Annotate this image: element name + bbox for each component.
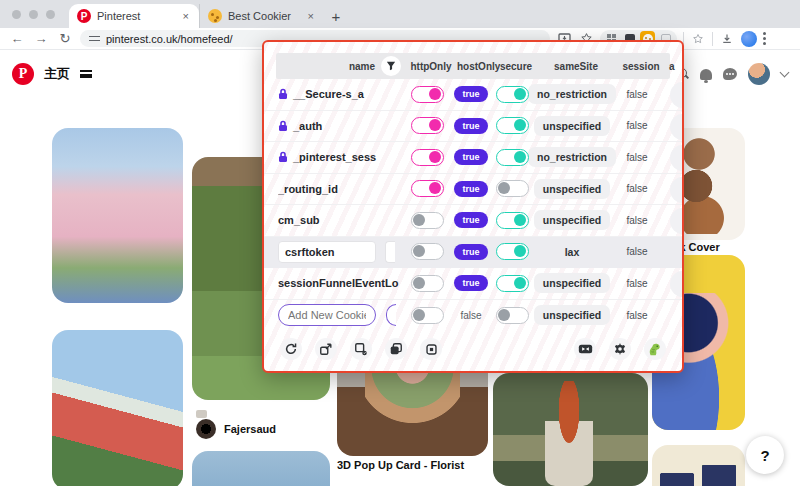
secure-toggle[interactable] <box>496 117 529 134</box>
secure-toggle[interactable] <box>496 149 529 166</box>
pin-orange-person[interactable] <box>493 373 648 486</box>
creator-row[interactable]: Fajersaud <box>196 419 276 439</box>
session-value: false <box>626 278 647 289</box>
secure-toggle[interactable] <box>496 86 529 103</box>
column-secure: secure <box>493 61 539 72</box>
cookie-row: _pinterest_sess true no_restriction fals… <box>264 142 682 174</box>
httponly-toggle[interactable] <box>411 86 444 103</box>
settings-gear-icon[interactable] <box>609 338 631 360</box>
httponly-toggle[interactable] <box>411 212 444 229</box>
session-value: false <box>626 152 647 163</box>
pinterest-logo[interactable]: P <box>12 63 34 85</box>
refresh-icon[interactable] <box>280 338 302 360</box>
row-action-button[interactable] <box>670 271 684 297</box>
samesite-value[interactable]: no_restriction <box>528 147 616 167</box>
session-value: false <box>626 310 647 321</box>
theater-mode-icon[interactable] <box>574 338 596 360</box>
session-value: false <box>626 120 647 131</box>
tab-pinterest[interactable]: P Pinterest × <box>69 4 199 28</box>
pin-watermelon-girl[interactable] <box>52 330 183 486</box>
secure-toggle[interactable] <box>496 307 529 324</box>
httponly-toggle[interactable] <box>411 180 444 197</box>
add-cookie-row: false unspecified false <box>264 300 682 332</box>
help-button[interactable]: ? <box>746 436 784 474</box>
filter-icon[interactable] <box>381 56 401 76</box>
delete-icon[interactable] <box>420 338 442 360</box>
session-value: false <box>626 215 647 226</box>
creator-avatar[interactable] <box>196 419 216 439</box>
window-controls <box>0 0 69 28</box>
menu-icon[interactable] <box>80 70 92 78</box>
download-icon[interactable] <box>719 31 735 47</box>
browser-menu-icon[interactable] <box>763 32 766 45</box>
httponly-toggle[interactable] <box>411 243 444 260</box>
pin-two-kids[interactable] <box>652 445 745 486</box>
httponly-toggle[interactable] <box>411 275 444 292</box>
cookie-name: sessionFunnelEventLo <box>278 277 398 289</box>
pin-ocean[interactable] <box>192 451 330 486</box>
dino-mascot-icon[interactable] <box>644 338 666 360</box>
session-value: false <box>626 89 647 100</box>
tab-best-cookier[interactable]: Best Cookier × <box>199 4 324 28</box>
popup-toolbar <box>264 331 682 360</box>
cookie-row-selected: true lax false <box>264 237 682 269</box>
httponly-toggle[interactable] <box>411 307 444 324</box>
export-icon[interactable] <box>350 338 372 360</box>
value-input-fragment <box>385 241 395 263</box>
add-cookie-input[interactable] <box>278 304 376 326</box>
tab-strip: P Pinterest × Best Cookier × + <box>0 0 800 28</box>
pin-flower-dress[interactable] <box>52 128 183 303</box>
new-tab-button[interactable]: + <box>324 4 348 28</box>
cookie-row: cm_sub true unspecified false <box>264 205 682 237</box>
samesite-value[interactable]: unspecified <box>534 273 610 293</box>
row-action-button[interactable] <box>670 82 684 108</box>
tab-close-icon[interactable]: × <box>181 10 191 22</box>
forward-icon[interactable]: → <box>32 31 50 46</box>
import-icon[interactable] <box>315 338 337 360</box>
column-hostonly: hostOnly <box>457 61 493 72</box>
row-action-button[interactable] <box>670 114 684 140</box>
window-close-button[interactable] <box>12 10 21 19</box>
window-minimize-button[interactable] <box>29 10 38 19</box>
window-zoom-button[interactable] <box>46 10 55 19</box>
row-action-button[interactable] <box>670 177 684 203</box>
profile-avatar[interactable] <box>741 31 757 47</box>
hostonly-value: false <box>460 310 481 321</box>
secure-toggle[interactable] <box>496 275 529 292</box>
lock-icon <box>278 120 288 132</box>
httponly-toggle[interactable] <box>411 117 444 134</box>
cookie-row: _auth true unspecified false <box>264 111 682 143</box>
home-nav-label[interactable]: 主页 <box>44 65 70 83</box>
samesite-value[interactable]: unspecified <box>534 116 610 136</box>
cookie-row: __Secure-s_a true no_restriction false <box>264 79 682 111</box>
copy-icon[interactable] <box>385 338 407 360</box>
row-action-button[interactable] <box>670 208 684 234</box>
notifications-icon[interactable] <box>700 69 712 80</box>
samesite-value[interactable]: unspecified <box>534 305 610 325</box>
samesite-value[interactable]: unspecified <box>534 179 610 199</box>
lock-icon <box>278 88 288 100</box>
back-icon[interactable]: ← <box>8 31 26 46</box>
tab-close-icon[interactable]: × <box>306 10 316 22</box>
cookie-row: _routing_id true unspecified false <box>264 174 682 206</box>
reload-icon[interactable]: ↻ <box>56 31 74 46</box>
row-action-button[interactable] <box>670 145 684 171</box>
cookie-name-input[interactable] <box>278 241 376 263</box>
secure-toggle[interactable] <box>496 243 529 260</box>
httponly-toggle[interactable] <box>411 149 444 166</box>
lock-icon <box>278 151 288 163</box>
secure-toggle[interactable] <box>496 212 529 229</box>
samesite-value[interactable]: no_restriction <box>528 84 616 104</box>
site-settings-icon[interactable] <box>89 34 100 43</box>
pin-caption-florist[interactable]: 3D Pop Up Card - Florist <box>337 459 464 471</box>
hostonly-value: true <box>454 149 487 165</box>
user-avatar[interactable] <box>748 63 770 85</box>
samesite-value[interactable]: unspecified <box>534 210 610 230</box>
chevron-down-icon[interactable] <box>780 68 790 78</box>
column-samesite: sameSite <box>539 61 613 72</box>
add-value-fragment <box>386 304 396 326</box>
samesite-value[interactable]: lax <box>563 242 582 262</box>
messages-icon[interactable] <box>723 68 737 80</box>
side-panel-star-icon[interactable] <box>690 31 706 47</box>
secure-toggle[interactable] <box>496 180 529 197</box>
